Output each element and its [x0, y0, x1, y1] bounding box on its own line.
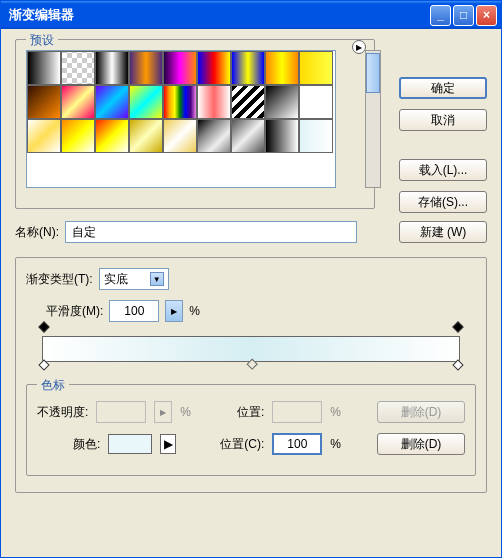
color-stop-row: 颜色: ▶ 位置(C): 100 % 删除(D) [37, 433, 465, 455]
titlebar[interactable]: 渐变编辑器 _ □ × [1, 1, 501, 29]
opacity-pos-input [272, 401, 322, 423]
opacity-stop-row: 不透明度: ▶ % 位置: % 删除(D) [37, 401, 465, 423]
preset-swatch[interactable] [197, 85, 231, 119]
preset-swatch[interactable] [299, 51, 333, 85]
gradient-type-row: 渐变类型(T): 实底 ▼ [26, 268, 476, 290]
smoothness-unit: % [189, 304, 200, 318]
smoothness-popup-icon[interactable]: ▶ [165, 300, 183, 322]
stops-fieldset: 色标 不透明度: ▶ % 位置: % 删除(D) 颜色: [26, 384, 476, 476]
close-button[interactable]: × [476, 5, 497, 26]
preset-swatch[interactable] [61, 85, 95, 119]
preset-swatch[interactable] [299, 119, 333, 153]
name-row: 名称(N): 新建 (W) [15, 221, 487, 243]
presets-fieldset: 预设 ▶ [15, 39, 375, 209]
color-label: 颜色: [73, 436, 100, 453]
opacity-label: 不透明度: [37, 404, 88, 421]
opacity-unit: % [180, 405, 191, 419]
gradient-preview-bar[interactable] [42, 336, 460, 362]
load-button[interactable]: 载入(L)... [399, 159, 487, 181]
preset-swatch[interactable] [231, 119, 265, 153]
maximize-button[interactable]: □ [453, 5, 474, 26]
opacity-pos-label: 位置: [237, 404, 264, 421]
color-pos-unit: % [330, 437, 341, 451]
preset-swatch[interactable] [27, 85, 61, 119]
preset-swatch[interactable] [95, 51, 129, 85]
preset-swatch[interactable] [265, 85, 299, 119]
presets-grid [26, 50, 336, 188]
delete-color-button[interactable]: 删除(D) [377, 433, 465, 455]
gradient-type-value: 实底 [104, 271, 128, 288]
color-stop[interactable] [39, 361, 49, 375]
preset-swatch[interactable] [231, 51, 265, 85]
titlebar-title: 渐变编辑器 [9, 6, 430, 24]
color-stop[interactable] [453, 361, 463, 375]
titlebar-buttons: _ □ × [430, 5, 497, 26]
scrollbar-thumb[interactable] [366, 53, 380, 93]
preset-swatch[interactable] [27, 119, 61, 153]
delete-opacity-button: 删除(D) [377, 401, 465, 423]
preset-swatch[interactable] [163, 85, 197, 119]
preset-swatch[interactable] [95, 119, 129, 153]
preset-swatch[interactable] [129, 119, 163, 153]
preset-swatch[interactable] [95, 85, 129, 119]
preset-swatch[interactable] [163, 119, 197, 153]
presets-scrollbar[interactable] [365, 50, 381, 188]
opacity-stop[interactable] [39, 323, 49, 337]
preset-swatch[interactable] [61, 119, 95, 153]
color-picker-arrow-icon[interactable]: ▶ [160, 434, 176, 454]
smoothness-input[interactable]: 100 [109, 300, 159, 322]
name-label: 名称(N): [15, 224, 59, 241]
smoothness-label: 平滑度(M): [46, 303, 103, 320]
gradient-editor-window: 渐变编辑器 _ □ × 预设 ▶ [0, 0, 502, 558]
minimize-button[interactable]: _ [430, 5, 451, 26]
preset-swatch[interactable] [61, 51, 95, 85]
dialog-buttons: 确定 取消 载入(L)... 存储(S)... [399, 77, 487, 213]
gradient-fieldset: 渐变类型(T): 实底 ▼ 平滑度(M): 100 ▶ % [15, 257, 487, 493]
chevron-down-icon: ▼ [150, 272, 164, 286]
gradient-type-select[interactable]: 实底 ▼ [99, 268, 169, 290]
gradient-type-label: 渐变类型(T): [26, 271, 93, 288]
smoothness-row: 平滑度(M): 100 ▶ % [26, 300, 476, 322]
opacity-input [96, 401, 146, 423]
preset-swatch[interactable] [197, 119, 231, 153]
presets-menu-icon[interactable]: ▶ [352, 40, 366, 54]
presets-area: ▶ [26, 50, 364, 188]
color-swatch[interactable] [108, 434, 152, 454]
color-pos-input[interactable]: 100 [272, 433, 322, 455]
name-input[interactable] [65, 221, 357, 243]
new-button[interactable]: 新建 (W) [399, 221, 487, 243]
preset-swatch[interactable] [129, 85, 163, 119]
ok-button[interactable]: 确定 [399, 77, 487, 99]
preset-swatch[interactable] [231, 85, 265, 119]
presets-legend: 预设 [26, 32, 58, 49]
preset-swatch[interactable] [27, 51, 61, 85]
save-button[interactable]: 存储(S)... [399, 191, 487, 213]
preset-swatch[interactable] [265, 51, 299, 85]
preset-swatch[interactable] [265, 119, 299, 153]
opacity-pos-unit: % [330, 405, 341, 419]
preset-swatch[interactable] [299, 85, 333, 119]
stops-legend: 色标 [37, 377, 69, 394]
color-pos-label: 位置(C): [220, 436, 264, 453]
cancel-button[interactable]: 取消 [399, 109, 487, 131]
preset-swatch[interactable] [163, 51, 197, 85]
opacity-stop[interactable] [453, 323, 463, 337]
opacity-popup-icon: ▶ [154, 401, 172, 423]
preset-swatch[interactable] [197, 51, 231, 85]
preset-swatch[interactable] [129, 51, 163, 85]
